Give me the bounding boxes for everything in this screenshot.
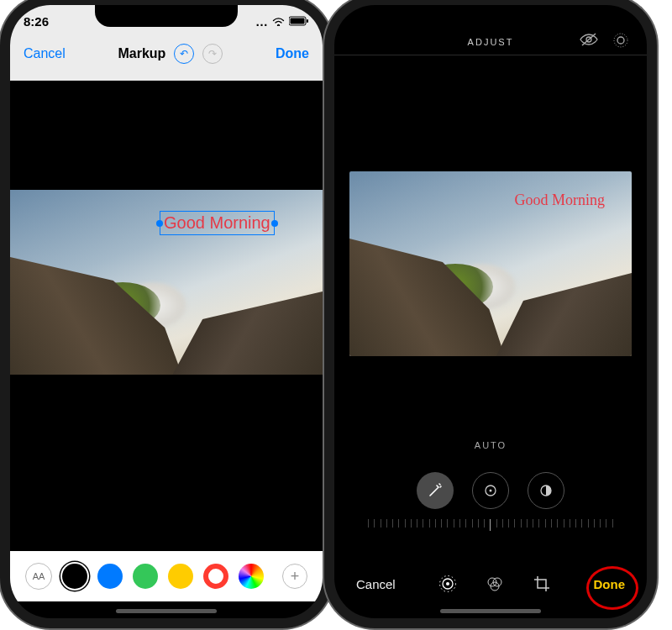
color-red[interactable] (203, 564, 228, 589)
svg-rect-1 (291, 18, 305, 24)
visibility-off-icon[interactable] (580, 33, 598, 51)
status-time: 8:26 (24, 14, 49, 29)
header-title: ADJUST (468, 37, 514, 47)
cancel-button[interactable]: Cancel (356, 577, 396, 591)
add-button[interactable]: + (282, 564, 307, 589)
photo-text-overlay: Good Morning (515, 192, 606, 209)
live-photo-icon[interactable] (613, 33, 628, 51)
color-toolbar: AA + (10, 551, 323, 601)
tab-filters[interactable] (485, 574, 505, 594)
color-blue[interactable] (97, 564, 123, 589)
resize-handle-right[interactable] (271, 220, 278, 227)
markup-canvas[interactable]: Good Morning (10, 81, 323, 551)
resize-handle-left[interactable] (156, 220, 163, 227)
done-button[interactable]: Done (276, 46, 309, 61)
svg-point-8 (490, 490, 492, 492)
brilliance-button[interactable] (528, 472, 564, 509)
markup-nav: Cancel Markup ↶ ↷ Done (24, 34, 309, 74)
phone-adjust: ADJUST Good Morning AUTO (334, 5, 647, 618)
color-black-selected[interactable] (62, 564, 87, 589)
adjustment-buttons (334, 472, 647, 509)
svg-point-6 (614, 34, 627, 47)
home-indicator[interactable] (116, 609, 217, 613)
svg-point-5 (617, 37, 624, 44)
svg-rect-2 (307, 19, 308, 23)
wifi-icon (272, 14, 285, 29)
notch (419, 5, 562, 27)
more-icon: … (255, 14, 268, 29)
home-indicator[interactable] (440, 609, 541, 613)
undo-button[interactable]: ↶ (174, 44, 194, 64)
text-style-button[interactable]: AA (25, 563, 52, 590)
tutorial-arrow-icon (56, 534, 275, 551)
tab-adjust[interactable] (438, 574, 458, 594)
redo-button: ↷ (202, 44, 223, 64)
color-green[interactable] (133, 564, 158, 589)
color-picker-button[interactable] (239, 564, 264, 589)
auto-enhance-button[interactable] (417, 472, 454, 509)
page-title: Markup (118, 46, 165, 61)
notch (95, 5, 238, 27)
adjustment-slider[interactable] (368, 519, 613, 531)
exposure-button[interactable] (472, 472, 509, 509)
markup-text-box[interactable]: Good Morning (160, 211, 275, 235)
status-icons: … (255, 14, 309, 29)
tab-crop[interactable] (532, 574, 552, 594)
svg-point-12 (446, 582, 449, 585)
markup-text-content: Good Morning (164, 213, 270, 232)
cancel-button[interactable]: Cancel (24, 46, 66, 61)
bottom-toolbar: Cancel Done (334, 564, 647, 603)
auto-label: AUTO (334, 440, 647, 450)
battery-icon (289, 14, 309, 29)
color-yellow[interactable] (168, 564, 193, 589)
done-button[interactable]: Done (593, 577, 625, 591)
phone-markup: 8:26 … Cancel Markup ↶ ↷ (10, 5, 323, 618)
